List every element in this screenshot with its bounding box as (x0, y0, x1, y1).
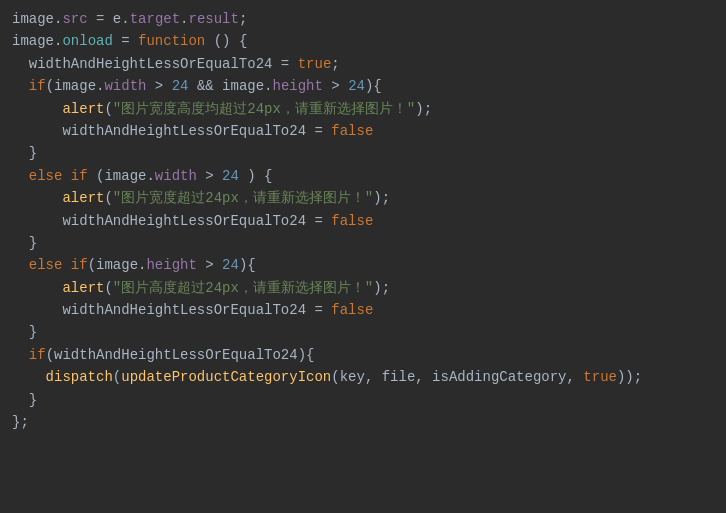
code-line: } (0, 389, 726, 411)
code-line: alert("图片宽度超过24px，请重新选择图片！"); (0, 187, 726, 209)
code-token: () { (205, 30, 247, 52)
code-token: > (323, 75, 348, 97)
code-line: else if(image.height > 24){ (0, 254, 726, 276)
code-token: true (298, 53, 332, 75)
code-token: "图片宽度超过24px，请重新选择图片！" (113, 187, 373, 209)
code-token: 24 (222, 254, 239, 276)
code-token: . (180, 8, 188, 30)
code-token: = (113, 30, 138, 52)
code-token: false (331, 299, 373, 321)
code-line: widthAndHeightLessOrEqualTo24 = false (0, 210, 726, 232)
code-token: if (29, 344, 46, 366)
code-token (12, 75, 29, 97)
code-token: ){ (239, 254, 256, 276)
code-token: = (306, 210, 331, 232)
code-editor: image.src = e.target.result;image.onload… (0, 0, 726, 513)
code-token: ); (415, 98, 432, 120)
code-token: if (29, 75, 46, 97)
code-token: ( (113, 366, 121, 388)
code-token: widthAndHeightLessOrEqualTo24 (12, 120, 306, 142)
code-token: updateProductCategoryIcon (121, 366, 331, 388)
code-token: false (331, 210, 373, 232)
code-token: 24 (348, 75, 365, 97)
code-token: . (54, 8, 62, 30)
code-token: target (130, 8, 180, 30)
code-line: if(image.width > 24 && image.height > 24… (0, 75, 726, 97)
code-token: (widthAndHeightLessOrEqualTo24){ (46, 344, 315, 366)
code-token: > (197, 165, 222, 187)
code-token: ) { (239, 165, 273, 187)
code-token: onload (62, 30, 112, 52)
code-token: = (306, 299, 331, 321)
code-token (12, 277, 62, 299)
code-line: } (0, 232, 726, 254)
code-line: } (0, 142, 726, 164)
code-line: widthAndHeightLessOrEqualTo24 = true; (0, 53, 726, 75)
code-token: alert (62, 98, 104, 120)
code-token: (key, file, isAddingCategory, (331, 366, 575, 388)
code-token: > (197, 254, 222, 276)
code-token (12, 254, 29, 276)
code-token (12, 187, 62, 209)
code-token: ); (373, 187, 390, 209)
code-token: result (189, 8, 239, 30)
code-token: ( (104, 98, 112, 120)
code-line: } (0, 321, 726, 343)
code-token: = (88, 8, 113, 30)
code-token (12, 165, 29, 187)
code-token: } (12, 321, 37, 343)
code-line: image.src = e.target.result; (0, 8, 726, 30)
code-token: widthAndHeightLessOrEqualTo24 (12, 210, 306, 232)
code-token: && image. (188, 75, 272, 97)
code-token: = (306, 120, 331, 142)
code-token: image (12, 30, 54, 52)
code-token: ); (373, 277, 390, 299)
code-token: (image. (88, 165, 155, 187)
code-token: alert (62, 187, 104, 209)
code-token: } (12, 142, 37, 164)
code-token: function (138, 30, 205, 52)
code-line: image.onload = function () { (0, 30, 726, 52)
code-line: widthAndHeightLessOrEqualTo24 = false (0, 299, 726, 321)
code-token: 24 (222, 165, 239, 187)
code-line: if(widthAndHeightLessOrEqualTo24){ (0, 344, 726, 366)
code-token: src (62, 8, 87, 30)
code-token: 24 (172, 75, 189, 97)
code-line: alert("图片宽度高度均超过24px，请重新选择图片！"); (0, 98, 726, 120)
code-token: . (121, 8, 129, 30)
code-token: width (155, 165, 197, 187)
code-token: ; (331, 53, 339, 75)
code-token: true (575, 366, 617, 388)
code-token: dispatch (46, 366, 113, 388)
code-token: } (12, 389, 37, 411)
code-token: else if (29, 254, 88, 276)
code-token (12, 98, 62, 120)
code-token (12, 344, 29, 366)
code-token: "图片宽度高度均超过24px，请重新选择图片！" (113, 98, 415, 120)
code-token: (image. (46, 75, 105, 97)
code-token: = (272, 53, 297, 75)
code-token: . (54, 30, 62, 52)
code-token: else if (29, 165, 88, 187)
code-token: )); (617, 366, 642, 388)
code-token: widthAndHeightLessOrEqualTo24 (12, 53, 272, 75)
code-token: widthAndHeightLessOrEqualTo24 (12, 299, 306, 321)
code-token: height (273, 75, 323, 97)
code-token: width (104, 75, 146, 97)
code-token: (image. (88, 254, 147, 276)
code-token: > (146, 75, 171, 97)
code-token: } (12, 232, 37, 254)
code-token: height (146, 254, 196, 276)
code-token: ; (239, 8, 247, 30)
code-line: }; (0, 411, 726, 433)
code-line: else if (image.width > 24 ) { (0, 165, 726, 187)
code-token: ( (104, 277, 112, 299)
code-token: ){ (365, 75, 382, 97)
code-token: ( (104, 187, 112, 209)
code-line: widthAndHeightLessOrEqualTo24 = false (0, 120, 726, 142)
code-token: e (113, 8, 121, 30)
code-token: image (12, 8, 54, 30)
code-line: alert("图片高度超过24px，请重新选择图片！"); (0, 277, 726, 299)
code-token (12, 366, 46, 388)
code-line: dispatch(updateProductCategoryIcon(key, … (0, 366, 726, 388)
